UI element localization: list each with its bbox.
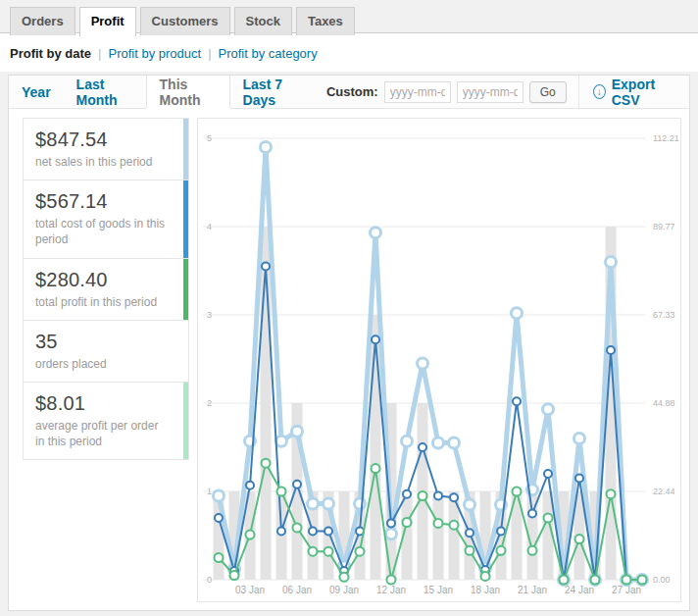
date-from-input[interactable] (384, 81, 451, 103)
svg-text:15 Jan: 15 Jan (424, 585, 453, 595)
svg-text:24 Jan: 24 Jan (565, 585, 594, 595)
report-subnav: Profit by date|Profit by product|Profit … (0, 33, 698, 72)
stat-net-sales-in: $847.54net sales in this period (24, 119, 188, 180)
stat-value: $280.40 (35, 269, 171, 291)
stats-sidebar: $847.54net sales in this period$567.14to… (23, 118, 189, 460)
stat-label: total cost of goods in this period (35, 216, 171, 247)
tab-taxes[interactable]: Taxes (296, 7, 355, 35)
range-tab-last-month[interactable]: Last Month (64, 76, 146, 108)
range-toolbar: YearLast MonthThis MonthLast 7 Days Cust… (9, 76, 689, 109)
svg-text:0: 0 (207, 575, 212, 585)
svg-text:18 Jan: 18 Jan (471, 585, 500, 595)
svg-text:0.00: 0.00 (653, 575, 671, 585)
tab-stock[interactable]: Stock (234, 7, 292, 35)
reports-panel: YearLast MonthThis MonthLast 7 Days Cust… (8, 75, 690, 611)
range-tab-last-7-days[interactable]: Last 7 Days (230, 76, 315, 108)
subnav-separator: | (208, 46, 211, 61)
stat-value: 35 (35, 331, 171, 353)
range-tabs: YearLast MonthThis MonthLast 7 Days (9, 76, 315, 108)
report-tabs: OrdersProfitCustomersStockTaxes (0, 0, 698, 33)
date-to-input[interactable] (457, 81, 524, 103)
subnav-separator: | (98, 46, 101, 61)
svg-text:12 Jan: 12 Jan (376, 585, 406, 595)
svg-text:03 Jan: 03 Jan (235, 585, 265, 595)
stat-orders-placed: 35orders placed (24, 320, 188, 382)
svg-text:4: 4 (207, 222, 212, 231)
stat-value: $567.14 (35, 190, 171, 213)
chart-panel: 00.00122.44244.88367.33489.775112.2103 J… (197, 118, 681, 602)
stat-accent-bar (183, 180, 188, 257)
range-tab-year[interactable]: Year (9, 76, 64, 108)
export-csv-link[interactable]: ↓ Export CSV (593, 77, 675, 108)
tab-orders[interactable]: Orders (10, 7, 75, 35)
svg-text:22.44: 22.44 (653, 487, 675, 496)
svg-text:21 Jan: 21 Jan (518, 585, 547, 595)
profit-report-page: OrdersProfitCustomersStockTaxes Profit b… (0, 0, 698, 611)
custom-range: Custom: Go (315, 76, 578, 108)
stat-label: orders placed (35, 356, 171, 372)
subnav-profit-by-product[interactable]: Profit by product (108, 46, 201, 61)
stat-label: total profit in this period (35, 294, 171, 310)
custom-range-label: Custom: (326, 84, 378, 99)
profit-chart-canvas: 00.00122.44244.88367.33489.775112.2103 J… (198, 119, 681, 599)
svg-text:1: 1 (207, 487, 212, 496)
stat-value: $847.54 (35, 128, 171, 151)
svg-text:89.77: 89.77 (653, 222, 675, 231)
export-section: ↓ Export CSV (578, 76, 689, 108)
subnav-profit-by-date[interactable]: Profit by date (10, 46, 91, 61)
stat-label: average profit per order in this period (35, 418, 171, 449)
svg-text:112.21: 112.21 (653, 133, 679, 143)
stat-label: net sales in this period (35, 154, 171, 170)
stat-accent-bar (183, 119, 188, 180)
report-content: $847.54net sales in this period$567.14to… (9, 109, 689, 611)
svg-text:67.33: 67.33 (653, 310, 675, 320)
go-button[interactable]: Go (529, 81, 567, 103)
svg-text:09 Jan: 09 Jan (329, 585, 359, 595)
stat-accent-bar (183, 321, 188, 382)
subnav-profit-by-category[interactable]: Profit by category (219, 46, 318, 61)
tab-customers[interactable]: Customers (140, 7, 230, 35)
range-tab-this-month[interactable]: This Month (146, 76, 230, 108)
stat-value: $8.01 (35, 392, 171, 415)
svg-text:44.88: 44.88 (653, 398, 675, 408)
stat-total-cost-of: $567.14total cost of goods in this perio… (24, 180, 188, 257)
svg-text:2: 2 (207, 398, 212, 408)
svg-text:5: 5 (207, 133, 212, 143)
export-csv-label: Export CSV (612, 77, 675, 108)
download-icon: ↓ (593, 84, 606, 99)
stat-average-profit-per: $8.01average profit per order in this pe… (24, 382, 188, 459)
stat-accent-bar (183, 259, 188, 320)
stat-accent-bar (183, 383, 188, 459)
stat-total-profit-in: $280.40total profit in this period (24, 258, 188, 320)
svg-text:3: 3 (207, 310, 212, 320)
tab-profit[interactable]: Profit (79, 7, 136, 36)
svg-text:06 Jan: 06 Jan (282, 585, 312, 595)
